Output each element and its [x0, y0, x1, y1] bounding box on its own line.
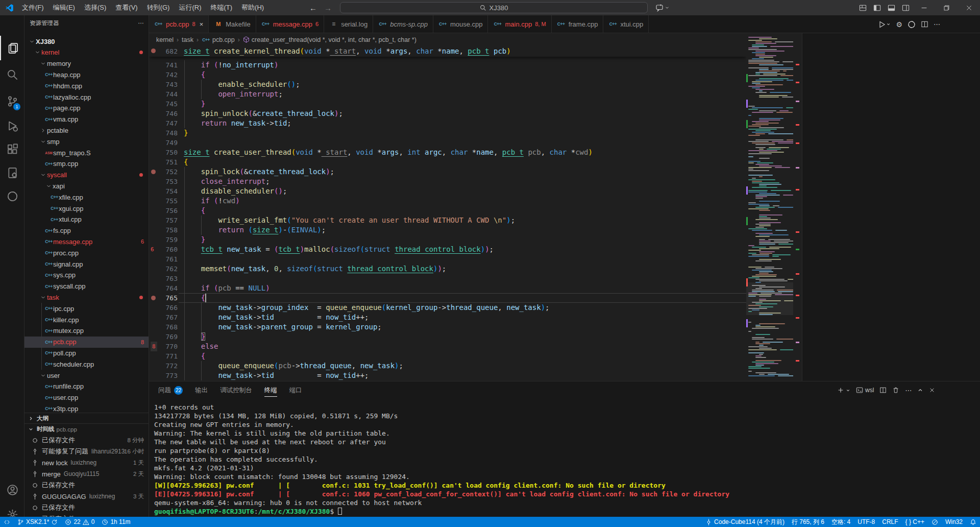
- activity-openai-chat-icon[interactable]: [0, 184, 24, 208]
- code-line-769[interactable]: 769 }: [149, 332, 746, 342]
- tree-item-scheduler.cpp[interactable]: C++scheduler.cpp: [24, 358, 149, 370]
- panel-tab-问题[interactable]: 问题22: [153, 381, 188, 399]
- code-line-742[interactable]: 742 {: [149, 70, 746, 80]
- tab-mouse.cpp[interactable]: C++mouse.cpp: [433, 15, 488, 33]
- tree-item-x3tp.cpp[interactable]: C++x3tp.cpp: [24, 403, 149, 413]
- close-window-button[interactable]: [958, 0, 980, 15]
- code-line-743[interactable]: 743 enable_scheduler();: [149, 80, 746, 89]
- breadcrumb-item[interactable]: create_user_thread(void *, void *, int, …: [252, 36, 416, 43]
- activity-run-and-debug-icon[interactable]: [0, 113, 24, 138]
- code-line-752[interactable]: 752 spin_lock(&create_thread_lock);: [149, 167, 746, 177]
- maximize-panel-icon[interactable]: [917, 387, 923, 393]
- sticky-line-682[interactable]: 682size_t create_kernel_thread(void *_st…: [149, 46, 746, 57]
- code-line-755[interactable]: 755 if (!cwd): [149, 196, 746, 206]
- run-debug-icon[interactable]: [878, 20, 891, 29]
- code-line-750[interactable]: 750size_t create_user_thread(void *_star…: [149, 148, 746, 157]
- breakpoint-icon[interactable]: [151, 49, 156, 53]
- timeline-item[interactable]: 已保存文件: [24, 513, 149, 517]
- code-line-766[interactable]: 766 new_task->group_index = queue_enqueu…: [149, 303, 746, 313]
- code-line-747[interactable]: 747 return new_task->tid;: [149, 118, 746, 128]
- tab-main.cpp[interactable]: C++main.cpp 8, M: [488, 15, 551, 33]
- status-encoding[interactable]: UTF-8: [854, 517, 878, 527]
- code-line-770[interactable]: 7708 else: [149, 342, 746, 351]
- breakpoint-icon[interactable]: [151, 170, 156, 174]
- tab-frame.cpp[interactable]: C++frame.cpp: [552, 15, 604, 33]
- tree-item-XJ380[interactable]: XJ380: [24, 36, 149, 47]
- status-git-branch[interactable]: XSK2.1*: [14, 517, 61, 527]
- tree-item-signal.cpp[interactable]: C++signal.cpp: [24, 258, 149, 270]
- panel-tab-调试控制台[interactable]: 调试控制台: [215, 381, 257, 399]
- terminal-profile-wsl[interactable]: wsl: [856, 387, 874, 394]
- tab-serial.log[interactable]: ≡serial.log: [324, 15, 373, 33]
- activity-extensions-icon[interactable]: [0, 137, 24, 161]
- toggle-primary-sidebar-icon[interactable]: [870, 0, 884, 15]
- timeline-item[interactable]: GUGUGAGAGluxizhneg3 天: [24, 491, 149, 502]
- status-timer[interactable]: 1h 11m: [98, 517, 134, 527]
- minimap-slider[interactable]: [746, 282, 793, 315]
- tab-pcb.cpp[interactable]: C++pcb.cpp 8×: [149, 15, 209, 33]
- tree-item-syscall[interactable]: syscall: [24, 170, 149, 181]
- tree-item-memory[interactable]: memory: [24, 58, 149, 69]
- status-eol[interactable]: CRLF: [878, 517, 901, 527]
- activity-explorer-icon[interactable]: [0, 36, 24, 60]
- code-line-754[interactable]: 754 disable_scheduler();: [149, 186, 746, 196]
- toggle-panel-icon[interactable]: [884, 0, 898, 15]
- code-line-764[interactable]: 764 if (pcb == NULL): [149, 283, 746, 293]
- tree-item-sys.cpp[interactable]: C++sys.cpp: [24, 270, 149, 281]
- explorer-more-icon[interactable]: ⋯: [138, 19, 144, 27]
- code-line-744[interactable]: 744 open_interrupt;: [149, 89, 746, 99]
- tree-item-runfile.cpp[interactable]: C++runfile.cpp: [24, 381, 149, 392]
- split-terminal-icon[interactable]: [879, 387, 887, 394]
- panel-tab-端口[interactable]: 端口: [284, 381, 307, 399]
- outline-section-header[interactable]: 大纲: [24, 413, 149, 424]
- code-line-751[interactable]: 751{: [149, 157, 746, 167]
- toggle-secondary-sidebar-icon[interactable]: [898, 0, 913, 15]
- tree-item-hhdm.cpp[interactable]: C++hhdm.cpp: [24, 80, 149, 91]
- close-tab-icon[interactable]: ×: [200, 20, 204, 28]
- code-line-748[interactable]: 748}: [149, 128, 746, 138]
- tab-message.cpp[interactable]: C++message.cpp 6: [256, 15, 324, 33]
- menu-查看V[interactable]: 查看(V): [111, 2, 141, 14]
- tree-item-user[interactable]: user: [24, 370, 149, 381]
- nav-forward-icon[interactable]: →: [324, 4, 332, 12]
- tree-item-xfile.cpp[interactable]: C++xfile.cpp: [24, 191, 149, 203]
- nav-back-icon[interactable]: ←: [309, 4, 317, 12]
- code-line-757[interactable]: 757 write_serial_fmt("You can't create a…: [149, 215, 746, 225]
- code-line-749[interactable]: 749: [149, 138, 746, 148]
- tree-item-pcb.cpp[interactable]: C++pcb.cpp8: [24, 337, 149, 348]
- code-line-765[interactable]: 765 {: [149, 293, 746, 303]
- tree-item-smp_trapo.S[interactable]: ASMsmp_trapo.S: [24, 147, 149, 158]
- menu-运行R[interactable]: 运行(R): [175, 2, 205, 14]
- tree-item-lazyalloc.cpp[interactable]: C++lazyalloc.cpp: [24, 91, 149, 103]
- menu-终端T[interactable]: 终端(T): [206, 2, 236, 14]
- code-line-746[interactable]: 746 spin_unlock(&create_thread_lock);: [149, 109, 746, 118]
- tree-item-message.cpp[interactable]: C++message.cpp6: [24, 236, 149, 247]
- status-indentation[interactable]: 空格: 4: [828, 517, 854, 527]
- menu-转到G[interactable]: 转到(G): [143, 2, 174, 14]
- code-line-745[interactable]: 745 }: [149, 99, 746, 109]
- code-line-767[interactable]: 767 new_task->tid = now_tid++;: [149, 313, 746, 322]
- status-cursor-position[interactable]: 行 765, 列 6: [788, 517, 828, 527]
- tab-Makefile[interactable]: MMakefile: [209, 15, 256, 33]
- menu-文件F[interactable]: 文件(F): [18, 2, 48, 14]
- gear-icon[interactable]: ⚙: [896, 20, 902, 29]
- code-line-753[interactable]: 753 close_interrupt;: [149, 177, 746, 186]
- tab-xtui.cpp[interactable]: C++xtui.cpp: [603, 15, 649, 33]
- breadcrumb-item[interactable]: pcb.cpp: [212, 36, 235, 43]
- kill-terminal-icon[interactable]: [892, 387, 899, 394]
- tree-item-xtui.cpp[interactable]: C++xtui.cpp: [24, 214, 149, 225]
- minimap[interactable]: [746, 33, 793, 381]
- tab-bcms-sp.cpp[interactable]: C++bcms-sp.cpp: [373, 15, 433, 33]
- code-line-762[interactable]: 762 memset(new_task, 0, sizeof(struct th…: [149, 264, 746, 274]
- tree-item-heap.cpp[interactable]: C++heap.cpp: [24, 69, 149, 80]
- restore-button[interactable]: [935, 0, 958, 15]
- menu-编辑E[interactable]: 编辑(E): [49, 2, 79, 14]
- status-problems[interactable]: 220: [61, 517, 98, 527]
- code-line-761[interactable]: 761: [149, 254, 746, 264]
- code-line-763[interactable]: 763: [149, 274, 746, 283]
- code-line-768[interactable]: 768 new_task->parent_group = kernel_grou…: [149, 322, 746, 332]
- tree-item-xapi[interactable]: xapi: [24, 180, 149, 191]
- openai-icon[interactable]: [908, 20, 916, 29]
- activity-search-icon[interactable]: [0, 62, 24, 87]
- code-line-756[interactable]: 756 {: [149, 206, 746, 215]
